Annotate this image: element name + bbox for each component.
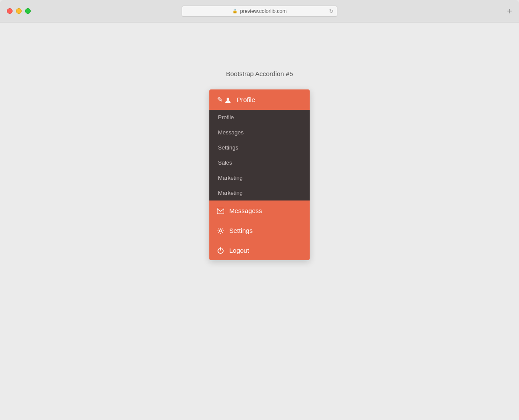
sub-item-marketing-1[interactable]: Marketing bbox=[209, 170, 310, 185]
refresh-icon[interactable]: ↻ bbox=[329, 8, 333, 14]
profile-header-label: Profile bbox=[237, 96, 255, 103]
accordion-header-settings[interactable]: Settings bbox=[209, 220, 310, 240]
close-button[interactable] bbox=[7, 8, 13, 14]
accordion-header-profile[interactable]: ✎ Profile bbox=[209, 89, 310, 110]
browser-titlebar: 🔒 preview.colorlib.com ↻ + bbox=[0, 0, 519, 22]
accordion-item-profile: ✎ Profile Profile Messages Settings Sale… bbox=[209, 89, 310, 200]
svg-rect-1 bbox=[217, 208, 224, 214]
maximize-button[interactable] bbox=[25, 8, 31, 14]
user-icon: ✎ bbox=[217, 95, 231, 104]
accordion-header-messages[interactable]: Messagess bbox=[209, 200, 310, 220]
messages-header-label: Messagess bbox=[229, 207, 262, 214]
minimize-button[interactable] bbox=[16, 8, 22, 14]
accordion: ✎ Profile Profile Messages Settings Sale… bbox=[209, 89, 310, 260]
traffic-lights bbox=[7, 8, 31, 14]
svg-point-2 bbox=[220, 229, 222, 232]
svg-point-0 bbox=[227, 98, 229, 100]
sub-item-messages[interactable]: Messages bbox=[209, 125, 310, 140]
browser-window: 🔒 preview.colorlib.com ↻ + Bootstrap Acc… bbox=[0, 0, 519, 420]
accordion-item-messages: Messagess bbox=[209, 200, 310, 220]
settings-header-label: Settings bbox=[229, 227, 253, 234]
sub-item-marketing-2[interactable]: Marketing bbox=[209, 185, 310, 200]
new-tab-button[interactable]: + bbox=[507, 6, 512, 16]
sub-item-sales[interactable]: Sales bbox=[209, 155, 310, 170]
power-icon bbox=[217, 246, 224, 254]
accordion-header-logout[interactable]: Logout bbox=[209, 240, 310, 260]
accordion-item-logout: Logout bbox=[209, 240, 310, 260]
sub-item-profile[interactable]: Profile bbox=[209, 110, 310, 125]
address-bar[interactable]: 🔒 preview.colorlib.com ↻ bbox=[182, 6, 337, 17]
page-title: Bootstrap Accordion #5 bbox=[226, 70, 293, 77]
sub-item-settings[interactable]: Settings bbox=[209, 140, 310, 155]
envelope-icon bbox=[217, 207, 224, 214]
accordion-body-profile: Profile Messages Settings Sales Marketin… bbox=[209, 110, 310, 200]
lock-icon: 🔒 bbox=[232, 9, 237, 13]
url-text: preview.colorlib.com bbox=[240, 8, 287, 14]
accordion-item-settings: Settings bbox=[209, 220, 310, 240]
page-content: Bootstrap Accordion #5 ✎ Profile Prof bbox=[0, 22, 519, 420]
logout-header-label: Logout bbox=[229, 247, 249, 254]
gear-icon bbox=[217, 226, 224, 234]
